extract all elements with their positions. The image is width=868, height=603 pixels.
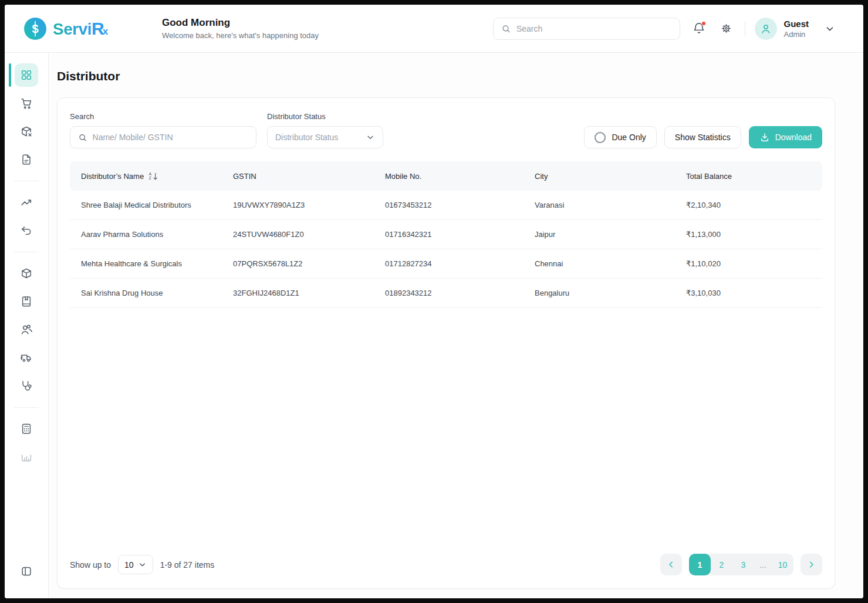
settings-button[interactable] bbox=[715, 18, 737, 39]
sidebar-item-dashboard[interactable] bbox=[15, 63, 38, 87]
cell-name: Sai Krishna Drug House bbox=[70, 289, 222, 297]
cell-name: Mehta Healthcare & Surgicals bbox=[70, 259, 222, 268]
gear-icon bbox=[720, 22, 732, 35]
next-page-button[interactable] bbox=[801, 554, 822, 575]
notifications-button[interactable] bbox=[688, 18, 710, 39]
user-name: Guest bbox=[783, 19, 809, 29]
column-header-name[interactable]: Distributor’s Name A Z bbox=[70, 171, 222, 181]
distributor-search-field[interactable] bbox=[70, 126, 256, 148]
download-label: Download bbox=[775, 133, 812, 142]
due-only-toggle[interactable]: Due Only bbox=[584, 126, 656, 148]
sidebar-item-billing[interactable] bbox=[15, 417, 38, 441]
page-button-1[interactable]: 1 bbox=[689, 554, 711, 575]
main-content: Distributor Search Distribu bbox=[49, 53, 863, 598]
table-empty-space bbox=[58, 308, 835, 554]
page-button-2[interactable]: 2 bbox=[711, 554, 732, 575]
column-header-mobile[interactable]: Mobile No. bbox=[374, 172, 523, 181]
chevron-down-icon bbox=[366, 133, 375, 142]
filters-bar: Search Distributor Status Distributor St… bbox=[58, 98, 835, 161]
page-title: Distributor bbox=[57, 69, 835, 83]
column-header-balance[interactable]: Total Balance bbox=[675, 172, 822, 181]
chevron-down-icon[interactable] bbox=[825, 23, 835, 34]
download-button[interactable]: Download bbox=[749, 126, 822, 148]
cell-balance: ₹1,10,020 bbox=[675, 259, 822, 268]
package-icon bbox=[20, 267, 33, 280]
search-field-group: Search bbox=[70, 112, 256, 148]
user-role: Admin bbox=[783, 30, 809, 39]
column-header-city[interactable]: City bbox=[523, 172, 675, 181]
distributor-table: Distributor’s Name A Z GSTIN Mobile No. bbox=[58, 161, 835, 308]
status-label: Distributor Status bbox=[267, 112, 383, 121]
grid-dashboard-icon bbox=[20, 69, 33, 82]
search-label: Search bbox=[70, 112, 256, 121]
app-window: $ ServiRx Good Morning Welcome back, her… bbox=[5, 5, 863, 598]
search-icon bbox=[501, 23, 511, 34]
avatar bbox=[755, 18, 777, 40]
cell-city: Varanasi bbox=[523, 201, 675, 209]
sidebar-item-purchase-returns[interactable] bbox=[15, 120, 38, 143]
column-header-gstin[interactable]: GSTIN bbox=[222, 172, 374, 181]
sidebar-item-delivery[interactable] bbox=[15, 346, 38, 370]
sidebar-divider bbox=[14, 181, 39, 181]
page-button-10[interactable]: 10 bbox=[772, 554, 793, 575]
top-header: $ ServiRx Good Morning Welcome back, her… bbox=[5, 5, 863, 53]
cart-icon bbox=[20, 97, 33, 110]
sort-az-icon[interactable]: A Z bbox=[148, 171, 158, 181]
svg-text:$: $ bbox=[32, 22, 38, 35]
sidebar-item-sales[interactable] bbox=[15, 92, 38, 115]
file-icon bbox=[20, 153, 33, 166]
distributor-search-input[interactable] bbox=[93, 133, 248, 142]
global-search-input[interactable] bbox=[516, 24, 673, 33]
panel-left-icon bbox=[20, 565, 33, 578]
sidebar-divider bbox=[14, 407, 39, 408]
calculator-icon bbox=[20, 422, 33, 435]
svg-text:A: A bbox=[149, 171, 152, 175]
dollar-staff-logo-icon: $ bbox=[23, 17, 47, 40]
page-button-3[interactable]: 3 bbox=[732, 554, 754, 575]
package-x-icon bbox=[20, 125, 33, 138]
items-range-text: 1-9 of 27 items bbox=[160, 560, 215, 570]
sidebar-divider bbox=[14, 252, 39, 252]
cell-mobile: 01673453212 bbox=[374, 201, 523, 209]
sidebar-collapse-button[interactable] bbox=[15, 560, 38, 583]
filters-actions: Due Only Show Statistics Download bbox=[584, 126, 822, 148]
sidebar-item-doctors[interactable] bbox=[15, 374, 38, 398]
sidebar-item-inventory[interactable] bbox=[15, 262, 38, 285]
svg-text:Z: Z bbox=[149, 176, 151, 180]
distributor-status-select[interactable]: Distributor Status bbox=[267, 126, 383, 148]
cell-city: Bengaluru bbox=[523, 289, 675, 297]
sidebar-item-invoices[interactable] bbox=[15, 148, 38, 171]
book-icon bbox=[20, 295, 33, 308]
brand-name: ServiRx bbox=[53, 19, 108, 39]
cell-gstin: 32FGHIJ2468D1Z1 bbox=[222, 289, 374, 297]
cell-balance: ₹3,10,030 bbox=[675, 289, 822, 297]
cell-balance: ₹1,13,000 bbox=[675, 230, 822, 239]
cell-gstin: 19UVWXY7890A1Z3 bbox=[222, 201, 374, 209]
chevron-left-icon bbox=[666, 560, 676, 570]
page-size-select[interactable]: 10 bbox=[118, 555, 153, 574]
chevron-down-icon bbox=[138, 560, 147, 569]
user-info: Guest Admin bbox=[783, 19, 809, 39]
global-search[interactable] bbox=[493, 18, 680, 40]
table-row[interactable]: Sai Krishna Drug House 32FGHIJ2468D1Z1 0… bbox=[70, 279, 822, 308]
cell-mobile: 01712827234 bbox=[374, 259, 523, 268]
table-row[interactable]: Mehta Healthcare & Surgicals 07PQRSX5678… bbox=[70, 249, 822, 279]
page-number-group: 1 2 3 ... 10 bbox=[689, 554, 793, 575]
cell-mobile: 01716342321 bbox=[374, 230, 523, 239]
sidebar-item-reports[interactable] bbox=[15, 445, 38, 469]
person-icon bbox=[759, 22, 772, 35]
sidebar-item-returns[interactable] bbox=[15, 219, 38, 242]
radio-icon bbox=[595, 132, 606, 143]
show-statistics-label: Show Statistics bbox=[675, 133, 731, 142]
chevron-right-icon bbox=[806, 560, 816, 570]
brand-logo[interactable]: $ ServiRx bbox=[23, 17, 162, 40]
table-row[interactable]: Shree Balaji Medical Distributors 19UVWX… bbox=[70, 191, 822, 220]
previous-page-button[interactable] bbox=[660, 554, 682, 575]
sidebar-item-analytics[interactable] bbox=[15, 191, 38, 214]
show-statistics-button[interactable]: Show Statistics bbox=[664, 126, 741, 148]
sidebar-item-customers[interactable] bbox=[15, 318, 38, 341]
cell-city: Chennai bbox=[523, 259, 675, 268]
user-menu[interactable]: Guest Admin bbox=[755, 18, 835, 40]
table-row[interactable]: Aarav Pharma Solutions 24STUVW4680F1Z0 0… bbox=[70, 220, 822, 249]
sidebar-item-ledger[interactable] bbox=[15, 290, 38, 313]
